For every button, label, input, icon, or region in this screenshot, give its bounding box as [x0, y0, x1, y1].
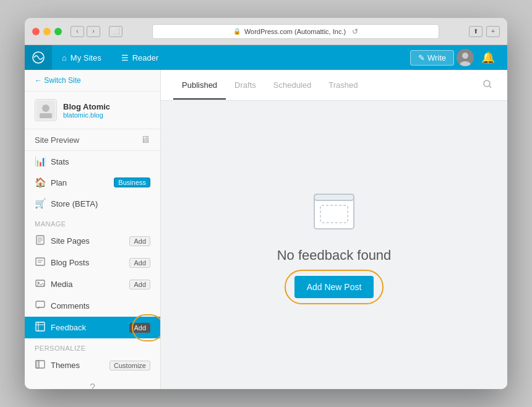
reader-label: Reader — [132, 53, 159, 62]
media-label: Media — [51, 280, 124, 289]
sidebar-item-site-pages[interactable]: Site Pages Add — [25, 230, 160, 252]
sidebar-item-stats[interactable]: 📊 Stats — [25, 151, 160, 172]
site-url[interactable]: blatomic.blog — [63, 111, 110, 119]
back-button[interactable]: ‹ — [71, 26, 84, 37]
tab-button: ⬜ — [109, 26, 122, 37]
svg-point-2 — [462, 53, 468, 59]
close-button[interactable] — [32, 28, 40, 35]
add-button-wrapper: Add New Post — [294, 276, 374, 298]
sidebar-item-plan[interactable]: 🏠 Plan Business — [25, 172, 160, 193]
main-layout: ← Switch Site Blog Atomic blatomic.blog … — [25, 70, 507, 389]
svg-rect-21 — [36, 361, 39, 368]
browser-window: ‹ › ⬜ 🔒 WordPress.com (Automattic, Inc.)… — [25, 18, 507, 389]
reader-icon: ☰ — [121, 53, 129, 62]
site-preview-label: Site Preview — [35, 135, 79, 145]
maximize-button[interactable] — [54, 28, 62, 35]
tab-trashed[interactable]: Trashed — [320, 72, 366, 100]
new-tab-button[interactable]: + — [486, 26, 500, 37]
write-label: Write — [427, 53, 446, 62]
my-sites-label: My Sites — [71, 53, 101, 62]
sidebar-item-feedback[interactable]: Feedback Add — [25, 317, 160, 338]
adminbar-right: ✎ Write 🔔 — [410, 49, 507, 66]
switch-site-label: ← Switch Site — [35, 76, 81, 85]
manage-section-label: Manage — [25, 214, 160, 230]
sidebar-item-media[interactable]: Media Add — [25, 273, 160, 295]
svg-rect-25 — [314, 194, 354, 200]
lock-icon: 🔒 — [233, 28, 241, 35]
themes-label: Themes — [51, 361, 105, 370]
user-avatar[interactable] — [457, 49, 474, 66]
forward-button[interactable]: › — [87, 26, 100, 37]
svg-rect-11 — [36, 258, 45, 265]
plan-badge[interactable]: Business — [114, 178, 150, 187]
write-button[interactable]: ✎ Write — [410, 50, 454, 66]
address-text: WordPress.com (Automattic, Inc.) — [244, 28, 346, 35]
svg-rect-6 — [40, 113, 52, 118]
reload-button[interactable]: ↺ — [352, 27, 358, 36]
titlebar-actions: ⬆ + — [469, 26, 500, 37]
plan-icon: 🏠 — [35, 177, 46, 188]
site-name: Blog Atomic — [63, 102, 110, 111]
sidebar: ← Switch Site Blog Atomic blatomic.blog … — [25, 70, 161, 389]
wp-adminbar: ⌂ My Sites ☰ Reader ✎ Write 🔔 — [25, 45, 507, 70]
address-bar[interactable]: 🔒 WordPress.com (Automattic, Inc.) ↺ — [152, 24, 439, 39]
store-label: Store (BETA) — [51, 199, 150, 208]
svg-point-22 — [484, 80, 490, 87]
stats-icon: 📊 — [35, 156, 46, 167]
sidebar-item-blog-posts[interactable]: Blog Posts Add — [25, 252, 160, 273]
sidebar-item-store[interactable]: 🛒 Store (BETA) — [25, 193, 160, 214]
svg-line-23 — [489, 86, 491, 88]
share-button[interactable]: ⬆ — [469, 26, 483, 37]
home-icon: ⌂ — [62, 53, 67, 62]
search-button[interactable] — [480, 77, 495, 94]
personalize-section-label: Personalize — [25, 338, 160, 354]
monitor-icon[interactable]: 🖥 — [140, 134, 150, 145]
plan-label: Plan — [51, 178, 109, 187]
help-icon[interactable]: ? — [25, 376, 160, 389]
tab-drafts[interactable]: Drafts — [226, 72, 265, 100]
add-new-post-button[interactable]: Add New Post — [294, 276, 374, 298]
sidebar-item-themes[interactable]: Themes Customize — [25, 354, 160, 376]
media-icon — [35, 278, 46, 290]
feedback-label: Feedback — [51, 323, 124, 332]
themes-icon — [35, 359, 46, 371]
minimize-button[interactable] — [43, 28, 51, 35]
site-info: Blog Atomic blatomic.blog — [25, 92, 160, 129]
empty-state: No feedback found Add New Post — [161, 101, 507, 389]
comments-label: Comments — [51, 301, 150, 311]
blog-posts-label: Blog Posts — [51, 258, 124, 267]
my-sites-link[interactable]: ⌂ My Sites — [52, 45, 111, 70]
feedback-icon — [35, 322, 46, 333]
store-icon: 🛒 — [35, 198, 46, 209]
empty-illustration — [309, 192, 359, 235]
content-area: Published Drafts Scheduled Trashed — [161, 70, 507, 389]
blog-posts-badge[interactable]: Add — [129, 258, 150, 268]
media-badge[interactable]: Add — [129, 280, 150, 289]
site-details: Blog Atomic blatomic.blog — [63, 102, 110, 119]
svg-rect-16 — [36, 301, 45, 307]
tabs-bar: Published Drafts Scheduled Trashed — [161, 70, 507, 101]
svg-rect-17 — [36, 322, 45, 331]
switch-site-link[interactable]: ← Switch Site — [25, 70, 160, 92]
tab-button-icon[interactable]: ⬜ — [109, 26, 122, 37]
traffic-lights — [32, 28, 62, 35]
stats-label: Stats — [51, 157, 150, 166]
tab-published[interactable]: Published — [173, 72, 226, 100]
reader-link[interactable]: ☰ Reader — [111, 45, 169, 70]
site-preview-row: Site Preview 🖥 — [25, 129, 160, 151]
sidebar-item-comments[interactable]: Comments — [25, 295, 160, 317]
empty-title: No feedback found — [277, 247, 392, 263]
write-icon: ✎ — [418, 53, 425, 62]
site-pages-label: Site Pages — [51, 236, 124, 246]
site-avatar[interactable] — [35, 99, 57, 121]
wp-logo[interactable] — [25, 45, 52, 70]
notifications-bell[interactable]: 🔔 — [476, 51, 500, 64]
nav-buttons: ‹ › — [71, 26, 100, 37]
comments-icon — [35, 300, 46, 312]
site-pages-icon — [35, 235, 46, 247]
feedback-add-badge[interactable]: Add — [129, 323, 150, 333]
themes-badge[interactable]: Customize — [109, 361, 150, 371]
site-pages-badge[interactable]: Add — [129, 236, 150, 246]
titlebar: ‹ › ⬜ 🔒 WordPress.com (Automattic, Inc.)… — [25, 18, 507, 45]
tab-scheduled[interactable]: Scheduled — [265, 72, 320, 100]
